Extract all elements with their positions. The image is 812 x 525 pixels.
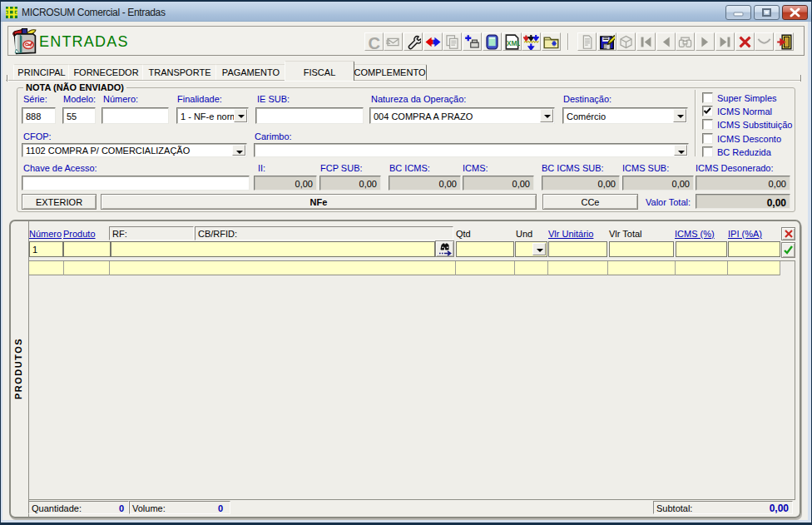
svg-text:C: C — [368, 34, 380, 50]
svg-text:XML: XML — [507, 39, 520, 47]
